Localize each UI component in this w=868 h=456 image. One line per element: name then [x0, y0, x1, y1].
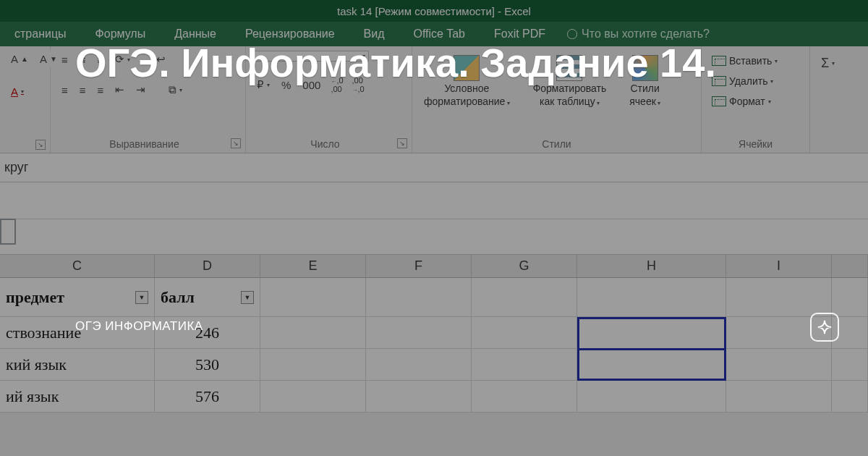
cell[interactable] — [260, 381, 366, 412]
col-header-d[interactable]: D — [155, 255, 260, 277]
delete-cells-button[interactable]: Удалить▾ — [709, 74, 802, 88]
cells-group-label: Ячейки — [709, 138, 802, 153]
col-header-i[interactable]: I — [726, 255, 832, 277]
ribbon-group-editing-partial: Σ▾ — [810, 46, 854, 153]
cell[interactable] — [366, 349, 472, 380]
cell[interactable] — [472, 278, 577, 316]
col-header-f[interactable]: F — [366, 255, 472, 277]
cell[interactable]: кий язык — [0, 349, 155, 380]
format-cells-button[interactable]: Формат▾ — [709, 94, 802, 109]
cell[interactable] — [832, 381, 868, 412]
cell[interactable]: балл ▼ — [155, 278, 260, 316]
zen-badge-icon — [810, 313, 839, 342]
filter-dropdown-button[interactable]: ▼ — [241, 291, 254, 304]
table-row[interactable]: кий язык 530 — [0, 349, 868, 381]
cell[interactable] — [260, 349, 366, 380]
dialog-launcher-icon[interactable]: ↘ — [397, 138, 407, 148]
cell[interactable] — [726, 349, 832, 380]
cell[interactable] — [472, 349, 577, 380]
ribbon-group-cells: Вставить▾ Удалить▾ Формат▾ Ячейки — [702, 46, 810, 153]
cell[interactable]: ий язык — [0, 381, 155, 412]
cell[interactable] — [577, 278, 726, 316]
col-header-end — [832, 255, 868, 277]
worksheet-grid[interactable]: предмет ▼ балл ▼ ствознание 246 кий язык… — [0, 278, 868, 413]
font-group-label: ↘ — [7, 140, 43, 153]
cell[interactable] — [577, 349, 726, 380]
alignment-group-label: Выравнивание ↘ — [58, 138, 238, 153]
cell[interactable] — [260, 317, 366, 348]
number-group-label: Число ↘ — [253, 138, 404, 153]
cell[interactable] — [577, 381, 726, 412]
autosum-button[interactable]: Σ▾ — [817, 54, 838, 73]
article-title: ОГЭ. Информатика. Задание 14. — [75, 39, 716, 87]
format-cells-icon — [712, 96, 726, 106]
align-left-button[interactable]: ≡ — [58, 82, 72, 98]
cell[interactable] — [260, 278, 366, 316]
dialog-launcher-icon[interactable]: ↘ — [35, 140, 46, 150]
align-top-button[interactable]: ≡ — [58, 51, 72, 68]
font-color-button[interactable]: A ▾ — [7, 83, 27, 100]
cell[interactable]: 576 — [155, 381, 260, 412]
formula-bar[interactable]: круг — [0, 153, 868, 182]
lightbulb-icon — [567, 29, 577, 39]
cell[interactable] — [726, 278, 832, 316]
row-selector-partial[interactable] — [0, 219, 16, 245]
worksheet-rows-gap — [0, 182, 868, 255]
cell[interactable] — [577, 317, 726, 348]
column-headers: C D E F G H I — [0, 255, 868, 278]
increase-font-button[interactable]: A▲ — [7, 51, 32, 67]
cell[interactable]: предмет ▼ — [0, 278, 155, 316]
styles-group-label: Стили — [420, 138, 694, 153]
cell[interactable] — [726, 381, 832, 412]
ribbon-group-font-partial: A▲ A▼ A ▾ ↘ — [0, 46, 51, 153]
col-header-e[interactable]: E — [260, 255, 366, 277]
article-subtitle: ОГЭ ИНФОРМАТИКА — [75, 319, 203, 334]
cell[interactable]: 530 — [155, 349, 260, 380]
col-header-h[interactable]: H — [577, 255, 726, 277]
col-header-c[interactable]: C — [0, 255, 155, 277]
title-bar: task 14 [Режим совместимости] - Excel — [0, 0, 868, 22]
col-header-g[interactable]: G — [472, 255, 577, 277]
cell[interactable] — [832, 349, 868, 380]
dialog-launcher-icon[interactable]: ↘ — [231, 138, 241, 148]
filter-dropdown-button[interactable]: ▼ — [135, 291, 148, 304]
cell[interactable] — [472, 381, 577, 412]
cell[interactable] — [366, 381, 472, 412]
cell[interactable] — [366, 278, 472, 316]
insert-cells-button[interactable]: Вставить▾ — [709, 54, 802, 68]
table-row[interactable]: ий язык 576 — [0, 381, 868, 413]
cell[interactable] — [832, 278, 868, 316]
window-title: task 14 [Режим совместимости] - Excel — [337, 5, 531, 17]
formula-bar-text: круг — [4, 160, 28, 175]
tab-page-layout[interactable]: страницы — [0, 22, 81, 46]
table-row[interactable]: предмет ▼ балл ▼ — [0, 278, 868, 317]
cell[interactable] — [472, 317, 577, 348]
cell[interactable] — [366, 317, 472, 348]
